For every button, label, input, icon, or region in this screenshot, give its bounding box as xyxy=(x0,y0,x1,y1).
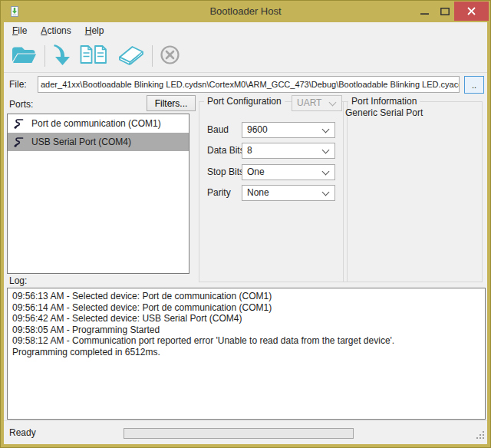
protocol-value: UART xyxy=(297,97,321,108)
port-item-com1[interactable]: Port de communication (COM1) xyxy=(8,114,189,133)
data-bits-select[interactable]: 8 xyxy=(242,143,335,159)
data-bits-value: 8 xyxy=(247,145,252,156)
port-item-label: USB Serial Port (COM4) xyxy=(31,137,131,147)
port-item-label: Port de communication (COM1) xyxy=(31,118,161,129)
program-download-arrow-icon xyxy=(52,43,73,69)
menu-help[interactable]: Help xyxy=(78,22,111,39)
abort-stop-icon xyxy=(160,44,180,68)
statusbar: Ready xyxy=(4,420,487,444)
log-line: 09:58:12 AM - Communication port reporte… xyxy=(12,335,482,347)
log-line: Programming completed in 6512ms. xyxy=(12,347,482,358)
verify-button[interactable] xyxy=(76,41,114,71)
parity-select[interactable]: None xyxy=(242,185,335,201)
minimize-button[interactable] xyxy=(415,2,434,21)
stop-bits-label: Stop Bits xyxy=(207,164,244,180)
close-button[interactable] xyxy=(454,2,489,21)
file-path-input[interactable]: ader_41xx\Bootloadable Blinking LED.cyds… xyxy=(38,76,460,93)
chevron-down-icon xyxy=(322,168,330,176)
eraser-icon xyxy=(117,44,145,68)
ports-list[interactable]: Port de communication (COM1) USB Serial … xyxy=(7,114,189,274)
stop-bits-value: One xyxy=(247,166,265,177)
log-label: Log: xyxy=(9,275,27,286)
titlebar[interactable]: Bootloader Host xyxy=(1,1,490,22)
chevron-down-icon xyxy=(322,147,330,154)
toolbar-separator xyxy=(44,45,45,67)
data-bits-label: Data Bits xyxy=(207,143,245,159)
log-line: 09:56:42 AM - Selected device: USB Seria… xyxy=(12,313,482,324)
baud-label: Baud xyxy=(207,122,229,138)
program-button[interactable] xyxy=(49,41,76,71)
verify-documents-icon xyxy=(79,44,110,68)
file-path-value: ader_41xx\Bootloadable Blinking LED.cyds… xyxy=(41,80,460,89)
serial-port-icon xyxy=(12,136,25,148)
app-window: Bootloader Host File Actions Help xyxy=(0,0,491,448)
menu-actions[interactable]: Actions xyxy=(34,22,77,39)
port-configuration-title: Port Configuration xyxy=(204,96,285,107)
toolbar xyxy=(4,39,487,73)
log-line: 09:56:14 AM - Selected device: Port de c… xyxy=(12,302,482,314)
port-information-text: Generic Serial Port xyxy=(345,107,423,118)
log-line: 09:58:05 AM - Programming Started xyxy=(12,324,482,336)
progress-bar xyxy=(124,428,354,439)
stop-bits-select[interactable]: One xyxy=(242,164,335,180)
status-text: Ready xyxy=(9,427,36,438)
serial-port-icon xyxy=(12,117,25,130)
erase-button[interactable] xyxy=(114,41,148,71)
client-area: File Actions Help xyxy=(4,22,487,444)
menu-file[interactable]: File xyxy=(5,22,34,39)
chevron-down-icon xyxy=(322,189,330,196)
abort-button xyxy=(157,41,183,71)
maximize-button[interactable] xyxy=(435,2,454,21)
menubar: File Actions Help xyxy=(4,22,487,39)
parity-label: Parity xyxy=(207,185,231,201)
chevron-down-icon xyxy=(322,126,330,133)
log-output[interactable]: 09:56:13 AM - Selected device: Port de c… xyxy=(7,288,486,420)
port-information-title: Port Information xyxy=(348,96,420,107)
protocol-select: UART xyxy=(292,95,342,111)
open-folder-icon xyxy=(11,44,38,68)
resize-grip-icon[interactable] xyxy=(475,430,485,442)
browse-button[interactable]: .. xyxy=(464,76,484,94)
baud-select[interactable]: 9600 xyxy=(242,122,335,138)
ports-label: Ports: xyxy=(9,99,33,110)
baud-value: 9600 xyxy=(247,124,268,135)
open-file-button[interactable] xyxy=(8,41,41,71)
toolbar-separator xyxy=(152,45,153,67)
file-label: File: xyxy=(9,79,27,90)
filters-button[interactable]: Filters... xyxy=(147,95,196,111)
port-information-group: Port Information Generic Serial Port xyxy=(343,101,483,282)
port-item-com4[interactable]: USB Serial Port (COM4) xyxy=(8,133,189,151)
chevron-down-icon xyxy=(329,99,337,107)
parity-value: None xyxy=(247,187,269,198)
log-line: 09:56:13 AM - Selected device: Port de c… xyxy=(12,291,482,302)
port-configuration-group: Port Configuration UART Baud 9600 Data B… xyxy=(199,101,348,282)
